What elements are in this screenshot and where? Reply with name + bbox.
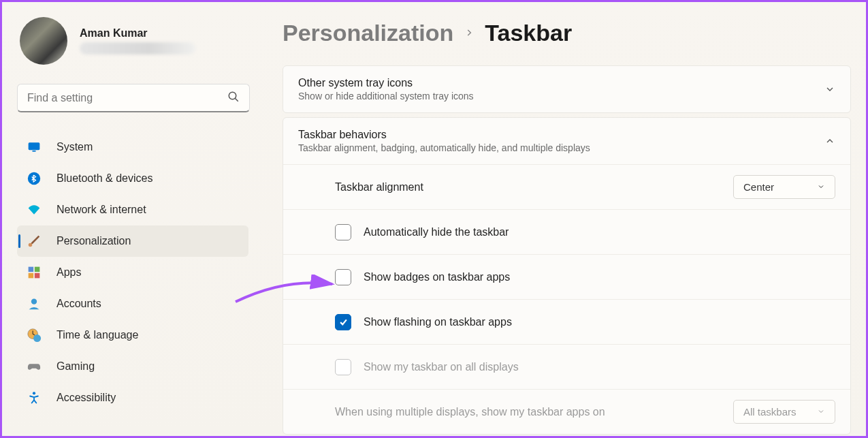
card-subtitle: Taskbar alignment, badging, automaticall…: [298, 142, 590, 153]
row-label: Show badges on taskbar apps: [364, 271, 835, 283]
row-label: Taskbar alignment: [335, 181, 733, 193]
breadcrumb-current: Taskbar: [485, 20, 572, 46]
search-field[interactable]: [27, 92, 227, 104]
row-label: Show my taskbar on all displays: [364, 361, 835, 373]
card-behaviors-header[interactable]: Taskbar behaviors Taskbar alignment, bad…: [283, 118, 850, 164]
row-show-flashing: Show flashing on taskbar apps: [283, 299, 850, 344]
alignment-select[interactable]: Center: [733, 175, 835, 199]
sidebar-item-accessibility[interactable]: Accessibility: [17, 382, 248, 413]
sidebar-item-label: Gaming: [57, 360, 95, 373]
select-value: Center: [743, 181, 774, 193]
svg-point-10: [31, 299, 37, 304]
sidebar-item-bluetooth[interactable]: Bluetooth & devices: [17, 163, 248, 194]
row-auto-hide: Automatically hide the taskbar: [283, 209, 850, 254]
svg-point-12: [33, 334, 41, 342]
row-label: Automatically hide the taskbar: [364, 226, 835, 238]
sidebar-item-personalization[interactable]: Personalization: [17, 225, 248, 257]
chevron-up-icon[interactable]: [824, 136, 835, 146]
sidebar-item-label: Accessibility: [57, 392, 116, 404]
svg-point-13: [33, 392, 35, 394]
search-icon: [227, 91, 240, 106]
select-value: All taskbars: [743, 406, 797, 418]
svg-rect-9: [35, 273, 40, 279]
multi-display-select: All taskbars: [733, 400, 835, 424]
all-displays-checkbox: [335, 359, 351, 375]
apps-icon: [27, 265, 42, 280]
card-subtitle: Show or hide additional system tray icon…: [298, 91, 474, 101]
sidebar-item-apps[interactable]: Apps: [17, 257, 248, 288]
card-taskbar-behaviors: Taskbar behaviors Taskbar alignment, bad…: [283, 117, 851, 435]
sidebar-item-label: Bluetooth & devices: [57, 172, 152, 185]
badges-checkbox[interactable]: [335, 269, 351, 285]
chevron-right-icon: [464, 25, 474, 41]
auto-hide-checkbox[interactable]: [335, 224, 351, 240]
card-title: Other system tray icons: [298, 77, 474, 89]
svg-rect-8: [29, 273, 34, 279]
sidebar-item-accounts[interactable]: Accounts: [17, 288, 248, 319]
avatar: [20, 17, 67, 65]
card-other-tray-icons[interactable]: Other system tray icons Show or hide add…: [283, 65, 851, 113]
svg-point-0: [229, 92, 236, 99]
bluetooth-icon: [27, 171, 42, 186]
clock-globe-icon: [27, 328, 42, 343]
sidebar-item-system[interactable]: System: [17, 131, 248, 163]
chevron-down-icon: [817, 181, 825, 193]
search-input[interactable]: [17, 84, 250, 112]
svg-rect-2: [29, 142, 40, 150]
flashing-checkbox[interactable]: [335, 314, 351, 330]
row-multi-display-apps: When using multiple displays, show my ta…: [283, 389, 850, 434]
profile-section[interactable]: Aman Kumar: [17, 17, 248, 65]
paintbrush-icon: [27, 234, 42, 249]
profile-email-redacted: [80, 42, 195, 54]
card-title: Taskbar behaviors: [298, 129, 590, 141]
sidebar-item-time-language[interactable]: Time & language: [17, 319, 248, 351]
sidebar-item-label: Accounts: [57, 298, 101, 310]
breadcrumb-parent[interactable]: Personalization: [283, 20, 453, 46]
wifi-icon: [27, 202, 42, 217]
gamepad-icon: [27, 359, 42, 374]
sidebar-item-label: Apps: [57, 266, 81, 279]
sidebar-item-network[interactable]: Network & internet: [17, 194, 248, 225]
nav-list: System Bluetooth & devices Network & int…: [17, 131, 248, 413]
row-label: When using multiple displays, show my ta…: [335, 406, 733, 418]
main-content: Personalization Taskbar Other system tra…: [261, 2, 866, 436]
row-label: Show flashing on taskbar apps: [364, 316, 835, 328]
sidebar-item-label: System: [57, 141, 93, 153]
row-all-displays: Show my taskbar on all displays: [283, 344, 850, 389]
person-icon: [27, 296, 42, 311]
sidebar-item-gaming[interactable]: Gaming: [17, 351, 248, 382]
svg-line-1: [235, 98, 238, 101]
sidebar-item-label: Personalization: [57, 235, 131, 247]
breadcrumb: Personalization Taskbar: [283, 20, 851, 46]
row-show-badges: Show badges on taskbar apps: [283, 254, 850, 299]
sidebar-item-label: Network & internet: [57, 204, 146, 216]
sidebar: Aman Kumar System Bluetooth & devices Ne: [2, 2, 261, 436]
chevron-down-icon: [817, 406, 825, 418]
svg-rect-3: [33, 151, 36, 152]
chevron-down-icon[interactable]: [824, 84, 835, 95]
svg-rect-7: [35, 267, 40, 272]
svg-rect-6: [29, 267, 34, 272]
sidebar-item-label: Time & language: [57, 329, 138, 341]
monitor-icon: [27, 140, 42, 155]
profile-name: Aman Kumar: [80, 27, 195, 40]
accessibility-icon: [27, 390, 42, 405]
svg-point-5: [29, 243, 33, 247]
row-taskbar-alignment: Taskbar alignment Center: [283, 164, 850, 209]
